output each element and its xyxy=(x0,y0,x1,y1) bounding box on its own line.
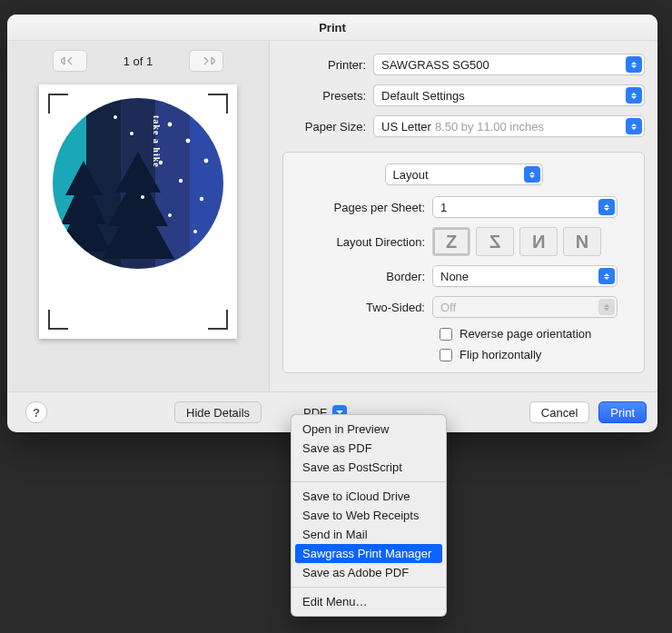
two-sided-select: Off xyxy=(432,296,618,318)
pages-per-sheet-select[interactable]: 1 xyxy=(432,196,618,218)
svg-rect-5 xyxy=(190,97,224,270)
presets-select[interactable]: Default Settings xyxy=(373,84,645,106)
flip-horizontally-checkbox[interactable]: Flip horizontally xyxy=(440,348,633,361)
panel-category-select[interactable]: Layout xyxy=(385,163,543,185)
reverse-orientation-checkbox[interactable]: Reverse page orientation xyxy=(440,327,633,341)
svg-point-16 xyxy=(114,115,117,119)
panel-category-value: Layout xyxy=(393,168,429,182)
layout-direction-s-icon[interactable]: Z xyxy=(476,227,514,256)
artwork-text: take a hike xyxy=(152,115,162,168)
svg-point-11 xyxy=(200,197,203,201)
preview-area: take a hike xyxy=(7,81,269,391)
chevron-updown-icon xyxy=(598,268,615,284)
menu-save-web-receipts[interactable]: Save to Web Receipts xyxy=(292,506,446,525)
paper-size-detail: 8.50 by 11.00 inches xyxy=(435,120,544,134)
menu-divider xyxy=(292,481,446,482)
svg-point-6 xyxy=(168,123,173,127)
chevron-updown-icon xyxy=(626,118,642,134)
chevron-updown-icon xyxy=(524,166,540,183)
svg-point-7 xyxy=(186,139,191,143)
chevron-updown-icon xyxy=(598,199,615,215)
reverse-orientation-input[interactable] xyxy=(440,328,452,341)
printer-label: Printer: xyxy=(282,58,366,72)
pages-per-sheet-value: 1 xyxy=(440,201,447,214)
preview-pane: 1 of 1 xyxy=(7,41,270,391)
pdf-dropdown-menu: Open in Preview Save as PDF Save as Post… xyxy=(291,414,447,617)
printer-value: SAWGRASS SG500 xyxy=(381,58,489,72)
svg-point-8 xyxy=(204,159,209,163)
paper-size-label: Paper Size: xyxy=(282,120,366,134)
page-navigator: 1 of 1 xyxy=(7,41,269,81)
svg-point-10 xyxy=(179,179,183,183)
menu-save-pdf[interactable]: Save as PDF xyxy=(292,439,446,458)
two-sided-value: Off xyxy=(440,301,456,314)
paper-size-select[interactable]: US Letter 8.50 by 11.00 inches xyxy=(373,115,645,137)
menu-edit-menu[interactable]: Edit Menu… xyxy=(292,592,446,611)
flip-horizontally-input[interactable] xyxy=(440,349,452,361)
chevron-updown-icon xyxy=(626,87,642,104)
menu-divider xyxy=(292,587,446,588)
printer-select[interactable]: SAWGRASS SG500 xyxy=(373,54,645,75)
svg-point-13 xyxy=(168,213,172,217)
preview-page: take a hike xyxy=(39,84,237,339)
pages-per-sheet-label: Pages per Sheet: xyxy=(294,201,425,214)
chevron-updown-icon xyxy=(598,299,615,315)
menu-save-postscript[interactable]: Save as PostScript xyxy=(292,458,446,477)
svg-point-14 xyxy=(193,230,197,233)
crop-mark-icon xyxy=(48,310,68,330)
border-label: Border: xyxy=(294,270,425,283)
menu-sawgrass-print-manager[interactable]: Sawgrass Print Manager xyxy=(295,544,442,563)
menu-send-mail[interactable]: Send in Mail xyxy=(292,525,446,544)
border-select[interactable]: None xyxy=(432,265,618,287)
layout-direction-group: Z Z N N xyxy=(432,227,601,256)
border-value: None xyxy=(440,270,469,283)
settings-pane: Printer: SAWGRASS SG500 Presets: Default… xyxy=(270,41,657,391)
artwork-preview: take a hike xyxy=(52,97,224,270)
menu-open-preview[interactable]: Open in Preview xyxy=(292,420,446,439)
two-sided-label: Two-Sided: xyxy=(294,301,425,314)
print-dialog: Print 1 of 1 xyxy=(7,15,657,432)
window-title: Print xyxy=(7,15,657,41)
menu-save-icloud[interactable]: Save to iCloud Drive xyxy=(292,487,446,506)
crop-mark-icon xyxy=(208,310,228,330)
help-button[interactable]: ? xyxy=(25,401,47,423)
presets-value: Default Settings xyxy=(381,89,465,103)
page-counter: 1 of 1 xyxy=(124,54,153,68)
layout-direction-n-icon[interactable]: N xyxy=(519,227,558,256)
svg-point-15 xyxy=(130,132,133,135)
print-button[interactable]: Print xyxy=(598,401,647,423)
layout-direction-z-icon[interactable]: Z xyxy=(432,227,470,256)
presets-label: Presets: xyxy=(282,89,366,103)
reverse-orientation-label: Reverse page orientation xyxy=(460,327,591,341)
flip-horizontally-label: Flip horizontally xyxy=(460,348,541,361)
svg-point-12 xyxy=(141,195,144,199)
layout-direction-label: Layout Direction: xyxy=(294,235,425,249)
paper-size-value: US Letter xyxy=(381,120,431,134)
dialog-body: 1 of 1 xyxy=(7,41,657,391)
layout-direction-n2-icon[interactable]: N xyxy=(563,227,601,256)
chevron-updown-icon xyxy=(626,56,642,73)
cancel-button[interactable]: Cancel xyxy=(529,401,589,423)
layout-panel: Layout Pages per Sheet: 1 Layout Directi… xyxy=(282,152,645,373)
menu-save-adobe-pdf[interactable]: Save as Adobe PDF xyxy=(292,563,446,582)
next-page-button[interactable] xyxy=(189,50,223,72)
prev-page-button[interactable] xyxy=(53,50,87,72)
hide-details-button[interactable]: Hide Details xyxy=(174,401,262,423)
